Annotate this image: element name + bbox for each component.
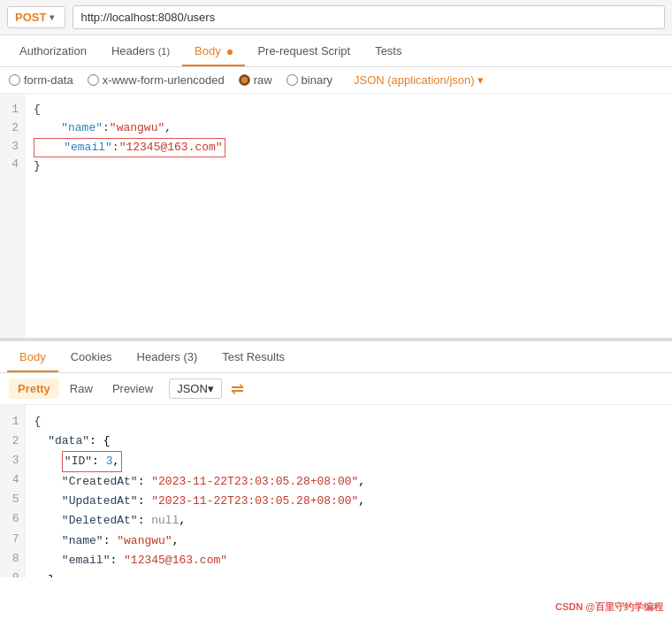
request-editor: 1 2 3 4 { "name":"wangwu", "email":"1234… [0, 94, 672, 341]
resp-line-6: "DeletedAt": null, [34, 511, 663, 531]
response-body: 1 2 3 4 5 6 7 8 9 10 { "data": { "ID": 3… [0, 405, 672, 577]
form-data-radio[interactable] [9, 74, 20, 86]
resp-line-9: } [34, 570, 663, 577]
request-line-numbers: 1 2 3 4 [0, 94, 25, 338]
json-format-select[interactable]: JSON ▾ [169, 378, 222, 399]
resp-code-content: { "data": { "ID": 3, "CreatedAt": "2023-… [26, 405, 672, 577]
method-selector[interactable]: POST ▾ [7, 6, 65, 28]
resp-line-5: "UpdatedAt": "2023-11-22T23:03:05.28+08:… [34, 492, 663, 511]
watermark: CSDN @百里守约学编程 [555, 600, 663, 614]
json-type-arrow: ▾ [477, 73, 484, 87]
resp-line-7: "name": "wangwu", [34, 531, 663, 551]
resp-tab-body[interactable]: Body [7, 341, 58, 372]
request-code-content[interactable]: { "name":"wangwu", "email":"12345@163.co… [25, 94, 672, 338]
body-options: form-data x-www-form-urlencoded raw bina… [0, 67, 672, 94]
tab-tests[interactable]: Tests [363, 35, 414, 66]
preview-button[interactable]: Preview [103, 378, 162, 399]
tab-prerequest[interactable]: Pre-request Script [245, 35, 363, 66]
response-section: Body Cookies Headers (3) Test Results Pr… [0, 341, 672, 577]
resp-line-3: "ID": 3, [34, 451, 663, 472]
req-line-4: } [34, 157, 663, 176]
form-data-option[interactable]: form-data [9, 73, 73, 87]
resp-line-2: "data": { [34, 432, 663, 451]
wrap-icon[interactable]: ⇌ [231, 379, 244, 399]
body-dot [227, 50, 233, 55]
response-tabs-bar: Body Cookies Headers (3) Test Results [0, 341, 672, 373]
request-code-area: 1 2 3 4 { "name":"wangwu", "email":"1234… [0, 94, 672, 338]
raw-option[interactable]: raw [239, 73, 272, 87]
request-tabs-bar: Authorization Headers (1) Body Pre-reque… [0, 35, 672, 67]
urlencoded-radio[interactable] [88, 74, 99, 86]
resp-tab-cookies[interactable]: Cookies [58, 341, 125, 372]
resp-line-4: "CreatedAt": "2023-11-22T23:03:05.28+08:… [34, 472, 663, 492]
tab-authorization[interactable]: Authorization [7, 35, 99, 66]
req-line-2: "name":"wangwu", [34, 119, 663, 138]
tab-headers[interactable]: Headers (1) [99, 35, 182, 66]
raw-button[interactable]: Raw [61, 378, 102, 399]
resp-code-area: 1 2 3 4 5 6 7 8 9 10 { "data": { "ID": 3… [0, 405, 672, 577]
tab-body[interactable]: Body [182, 35, 245, 66]
json-format-arrow: ▾ [208, 382, 214, 395]
method-arrow: ▾ [50, 12, 54, 22]
resp-line-1: { [34, 412, 663, 432]
resp-tab-headers[interactable]: Headers (3) [125, 341, 210, 372]
raw-radio[interactable] [239, 74, 250, 86]
top-bar: POST ▾ [0, 0, 672, 35]
req-line-3: "email":"12345@163.com" [34, 138, 663, 158]
headers-badge: (1) [158, 46, 170, 57]
resp-headers-badge: (3) [183, 350, 197, 363]
binary-option[interactable]: binary [286, 73, 332, 87]
method-label: POST [15, 11, 46, 24]
req-line-1: { [34, 101, 663, 119]
resp-tab-testresults[interactable]: Test Results [210, 341, 297, 372]
url-input[interactable] [73, 5, 665, 29]
binary-radio[interactable] [286, 74, 298, 86]
resp-line-numbers: 1 2 3 4 5 6 7 8 9 10 [0, 405, 26, 577]
resp-line-8: "email": "12345@163.com" [34, 551, 663, 570]
pretty-button[interactable]: Pretty [9, 378, 59, 399]
json-type-selector[interactable]: JSON (application/json) ▾ [354, 73, 484, 87]
urlencoded-option[interactable]: x-www-form-urlencoded [88, 73, 225, 87]
response-toolbar: Pretty Raw Preview JSON ▾ ⇌ [0, 373, 672, 405]
